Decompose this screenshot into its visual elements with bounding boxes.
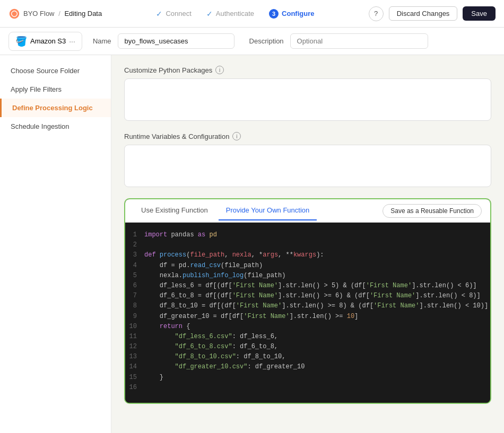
runtime-info-icon[interactable]: i: [232, 132, 241, 140]
check-icon-2: ✓: [206, 10, 213, 18]
code-line-8: 8 df_8_to_10 = df[(df['First Name'].str.…: [125, 301, 490, 311]
code-line-13: 13 "df_8_to_10.csv": df_8_to_10,: [125, 352, 490, 362]
tab-own-function[interactable]: Provide Your Own Function: [219, 201, 317, 220]
discard-button[interactable]: Discard Changes: [389, 6, 458, 21]
sidebar-item-define-logic[interactable]: Define Processing Logic: [0, 99, 111, 117]
datasource-bar: 🪣 Amazon S3 ··· Name Description: [0, 28, 504, 55]
sidebar: Choose Source Folder Apply File Filters …: [0, 55, 111, 433]
packages-textarea[interactable]: [124, 78, 491, 121]
sidebar-item-schedule[interactable]: Schedule Ingestion: [0, 117, 111, 136]
step-configure: 3 Configure: [269, 9, 314, 19]
code-line-12: 12 "df_6_to_8.csv": df_6_to_8,: [125, 342, 490, 352]
datasource-menu[interactable]: ···: [69, 37, 75, 46]
code-tabs: Use Existing Function Provide Your Own F…: [125, 199, 490, 223]
save-reusable-button[interactable]: Save as a Reusable Function: [383, 204, 482, 218]
desc-input[interactable]: [290, 33, 428, 49]
code-line-2: 2: [125, 240, 490, 250]
code-line-4: 4 df = pd.read_csv(file_path): [125, 261, 490, 271]
code-line-16: 16: [125, 383, 490, 393]
datasource-pill[interactable]: 🪣 Amazon S3 ···: [8, 32, 82, 51]
top-nav: BYO Flow / Editing Data ✓ Connect ✓ Auth…: [0, 0, 504, 28]
save-button[interactable]: Save: [463, 6, 496, 21]
datasource-name: Amazon S3: [30, 37, 66, 45]
name-input[interactable]: [118, 33, 234, 49]
nav-steps: ✓ Connect ✓ Authenticate 3 Configure: [110, 9, 360, 19]
code-line-14: 14 "df_greater_10.csv": df_greater_10: [125, 362, 490, 372]
breadcrumb: BYO Flow / Editing Data: [23, 10, 102, 17]
runtime-textarea[interactable]: [124, 145, 491, 187]
check-icon: ✓: [156, 10, 162, 18]
logo-area: BYO Flow / Editing Data: [8, 8, 102, 20]
code-line-10: 10 return {: [125, 322, 490, 332]
code-line-3: 3 def process(file_path, nexla, *args, *…: [125, 250, 490, 260]
desc-label: Description: [249, 37, 284, 45]
sidebar-item-apply-filters[interactable]: Apply File Filters: [0, 80, 111, 99]
name-label: Name: [93, 37, 111, 45]
code-editor[interactable]: 1 import pandas as pd 2 3 def process(fi…: [125, 223, 490, 403]
logo-icon: [8, 8, 20, 20]
sidebar-item-choose-source[interactable]: Choose Source Folder: [0, 61, 111, 80]
main-layout: Choose Source Folder Apply File Filters …: [0, 55, 504, 433]
code-panel: Use Existing Function Provide Your Own F…: [124, 198, 491, 404]
code-line-9: 9 df_greater_10 = df[df['First Name'].st…: [125, 312, 490, 322]
code-line-11: 11 "df_less_6.csv": df_less_6,: [125, 332, 490, 342]
packages-label: Customize Python Packages i: [124, 66, 491, 74]
s3-icon: 🪣: [15, 36, 27, 47]
code-line-5: 5 nexla.publish_info_log(file_path): [125, 271, 490, 281]
packages-info-icon[interactable]: i: [215, 66, 224, 74]
step-authenticate: ✓ Authenticate: [206, 10, 254, 18]
code-line-15: 15 }: [125, 373, 490, 383]
step-connect: ✓ Connect: [156, 10, 191, 18]
code-line-6: 6 df_less_6 = df[(df['First Name'].str.l…: [125, 281, 490, 291]
code-line-1: 1 import pandas as pd: [125, 230, 490, 240]
code-line-7: 7 df_6_to_8 = df[(df['First Name'].str.l…: [125, 291, 490, 301]
content-area: Customize Python Packages i Runtime Vari…: [111, 55, 504, 433]
runtime-label: Runtime Variables & Configuration i: [124, 132, 491, 140]
page-title: Editing Data: [64, 10, 102, 17]
nav-actions: ? Discard Changes Save: [369, 6, 496, 21]
app-name: BYO Flow: [23, 10, 55, 17]
help-button[interactable]: ?: [369, 6, 384, 21]
tab-existing-function[interactable]: Use Existing Function: [134, 201, 215, 220]
